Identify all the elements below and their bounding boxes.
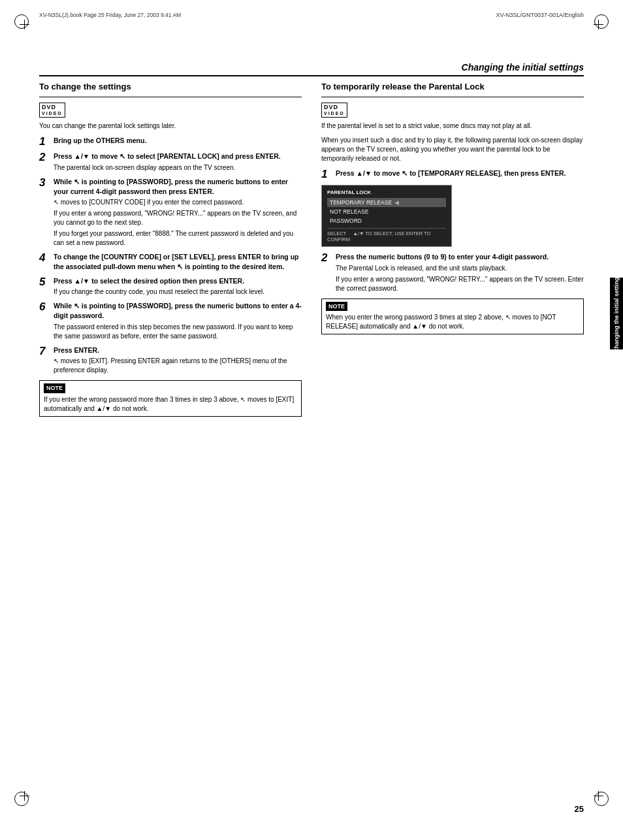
right-note-box: NOTE When you enter the wrong password 3… xyxy=(321,299,584,335)
step-2-note: The parental lock on-screen display appe… xyxy=(54,163,302,172)
right-column: To temporarily release the Parental Lock… xyxy=(321,82,584,788)
screen-cursor-1: ◀ xyxy=(394,199,399,206)
step-5-note: If you change the country code, you must… xyxy=(54,287,302,297)
corner-tr xyxy=(590,20,603,33)
step-1-content: Bring up the OTHERS menu. xyxy=(54,136,302,146)
corner-br xyxy=(590,788,603,801)
step-1-text: Bring up the OTHERS menu. xyxy=(54,137,146,144)
step-4-number: 4 xyxy=(39,252,51,263)
circle-bl xyxy=(14,792,29,806)
right-dvd-line1: DVD xyxy=(324,104,345,111)
side-tab-text: Changing the initial settings xyxy=(613,274,620,353)
right-step-2-text: Press the numeric buttons (0 to 9) to en… xyxy=(336,253,549,261)
right-step-2: 2 Press the numeric buttons (0 to 9) to … xyxy=(321,252,584,293)
file-info: XV-N3SL(J).book Page 25 Friday, June 27,… xyxy=(39,12,181,18)
left-note-text: If you enter the wrong password more tha… xyxy=(44,395,297,413)
step-3-text: While ↖ is pointing to [PASSWORD], press… xyxy=(54,178,288,195)
step-2-content: Press ▲/▼ to move ↖ to select [PARENTAL … xyxy=(54,152,302,172)
step-6-note: The password entered in this step become… xyxy=(54,323,302,341)
circle-br xyxy=(594,792,609,806)
right-section-title: To temporarily release the Parental Lock xyxy=(321,82,584,91)
right-intro-2: When you insert such a disc and try to p… xyxy=(321,136,584,163)
chapter-title: Changing the initial settings xyxy=(39,62,584,76)
screen-bottom: SELECT ▲/▼ TO SELECT, USE ENTER TO CONFI… xyxy=(327,228,446,242)
right-step-1-number: 1 xyxy=(321,169,333,180)
left-dvd-badge: DVD VIDEO xyxy=(39,103,65,118)
step-7-number: 7 xyxy=(39,346,51,357)
screen-item-1-label: TEMPORARY RELEASE xyxy=(330,199,392,206)
left-dvd-line2: VIDEO xyxy=(42,111,63,116)
step-1-number: 1 xyxy=(39,136,51,147)
step-6: 6 While ↖ is pointing to [PASSWORD], pre… xyxy=(39,301,302,340)
right-step-2-number: 2 xyxy=(321,252,333,263)
circle-tr xyxy=(594,14,609,29)
right-note-label: NOTE xyxy=(326,302,347,312)
right-step-2-content: Press the numeric buttons (0 to 9) to en… xyxy=(336,252,584,293)
left-intro: You can change the parental lock setting… xyxy=(39,121,302,131)
left-dvd-line1: DVD xyxy=(42,104,63,111)
step-7-note: ↖ moves to [EXIT]. Pressing ENTER again … xyxy=(54,357,302,375)
step-6-content: While ↖ is pointing to [PASSWORD], press… xyxy=(54,301,302,340)
right-divider xyxy=(321,97,584,97)
step-3-note1: ↖ moves to [COUNTRY CODE] if you enter t… xyxy=(54,198,302,207)
side-tab: Changing the initial settings xyxy=(610,278,623,349)
step-6-number: 6 xyxy=(39,301,51,312)
step-2-text: Press ▲/▼ to move ↖ to select [PARENTAL … xyxy=(54,152,281,160)
step-2-number: 2 xyxy=(39,152,51,163)
step-3: 3 While ↖ is pointing to [PASSWORD], pre… xyxy=(39,177,302,248)
right-step-2-note1: The Parental Lock is released, and the u… xyxy=(336,264,584,273)
screen-item-3: PASSWORD xyxy=(327,216,446,225)
step-5-text: Press ▲/▼ to select the desired option t… xyxy=(54,277,244,285)
step-4-text: To change the [COUNTRY CODE] or [SET LEV… xyxy=(54,253,299,270)
screen-item-3-label: PASSWORD xyxy=(330,218,362,224)
step-7-content: Press ENTER. ↖ moves to [EXIT]. Pressing… xyxy=(54,346,302,376)
step-7-text: Press ENTER. xyxy=(54,346,99,354)
left-column: To change the settings DVD VIDEO You can… xyxy=(39,82,302,788)
right-step-2-note2: If you enter a wrong password, "WRONG! R… xyxy=(336,275,584,293)
left-note-label: NOTE xyxy=(44,383,65,393)
step-1: 1 Bring up the OTHERS menu. xyxy=(39,136,302,147)
left-divider xyxy=(39,97,302,97)
circle-tl xyxy=(14,14,29,29)
step-3-note2: If you enter a wrong password, "WRONG! R… xyxy=(54,209,302,227)
right-step-1-content: Press ▲/▼ to move ↖ to [TEMPORARY RELEAS… xyxy=(336,169,584,178)
page-header: XV-N3SL(J).book Page 25 Friday, June 27,… xyxy=(39,12,584,18)
corner-tl xyxy=(20,20,33,33)
step-5-content: Press ▲/▼ to select the desired option t… xyxy=(54,276,302,297)
screen-item-1: TEMPORARY RELEASE ◀ xyxy=(327,198,446,207)
step-5: 5 Press ▲/▼ to select the desired option… xyxy=(39,276,302,297)
right-dvd-badge: DVD VIDEO xyxy=(321,103,347,118)
right-note-text: When you enter the wrong password 3 time… xyxy=(326,313,579,331)
step-4-content: To change the [COUNTRY CODE] or [SET LEV… xyxy=(54,252,302,271)
screen-title: PARENTAL LOCK xyxy=(327,189,446,195)
screen-item-2: NOT RELEASE xyxy=(327,207,446,216)
step-5-number: 5 xyxy=(39,276,51,287)
model-info: XV-N3SL/GNT0037-001A/English xyxy=(496,12,584,18)
right-intro-1: If the parental level is set to a strict… xyxy=(321,121,584,131)
content-area: To change the settings DVD VIDEO You can… xyxy=(39,82,584,788)
step-3-content: While ↖ is pointing to [PASSWORD], press… xyxy=(54,177,302,248)
step-6-text: While ↖ is pointing to [PASSWORD], press… xyxy=(54,302,302,319)
step-2: 2 Press ▲/▼ to move ↖ to select [PARENTA… xyxy=(39,152,302,172)
left-section-title: To change the settings xyxy=(39,82,302,91)
screen-item-2-label: NOT RELEASE xyxy=(330,208,368,215)
right-dvd-line2: VIDEO xyxy=(324,111,345,116)
right-step-1: 1 Press ▲/▼ to move ↖ to [TEMPORARY RELE… xyxy=(321,169,584,180)
step-3-number: 3 xyxy=(39,177,51,188)
step-3-note3: If you forget your password, enter "8888… xyxy=(54,229,302,248)
step-4: 4 To change the [COUNTRY CODE] or [SET L… xyxy=(39,252,302,271)
page-number: 25 xyxy=(575,804,584,814)
left-note-box: NOTE If you enter the wrong password mor… xyxy=(39,380,302,417)
right-step-1-text: Press ▲/▼ to move ↖ to [TEMPORARY RELEAS… xyxy=(336,169,566,177)
corner-bl xyxy=(20,788,33,801)
screen-mockup: PARENTAL LOCK TEMPORARY RELEASE ◀ NOT RE… xyxy=(321,185,452,247)
step-7: 7 Press ENTER. ↖ moves to [EXIT]. Pressi… xyxy=(39,346,302,376)
